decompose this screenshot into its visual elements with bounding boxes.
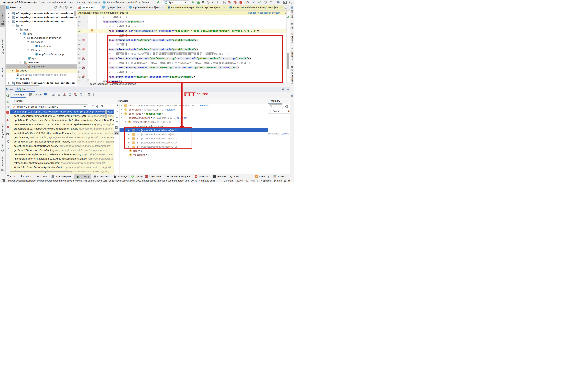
svg-text:m: m [83, 57, 84, 59]
svg-text:m: m [83, 39, 84, 41]
svg-text:<: < [79, 7, 80, 9]
svg-text:m: m [83, 48, 84, 50]
svg-text:m: m [83, 76, 84, 77]
svg-text:<: < [28, 67, 29, 68]
svg-text:m: m [83, 67, 84, 68]
